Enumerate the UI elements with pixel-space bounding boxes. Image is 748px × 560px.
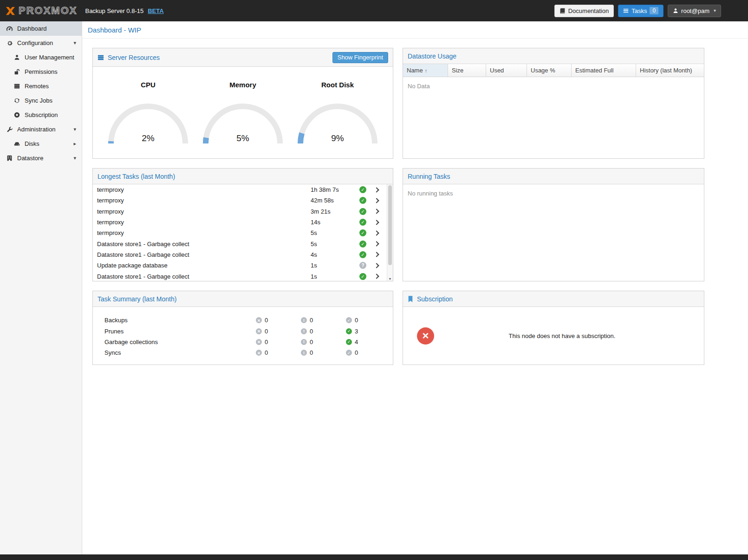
no-running-tasks-text: No running tasks bbox=[403, 184, 704, 202]
ok-icon bbox=[346, 317, 352, 323]
summary-row[interactable]: Prunes 0 0 3 bbox=[104, 326, 393, 336]
wrench-icon bbox=[6, 126, 13, 133]
chevron-right-icon[interactable] bbox=[374, 220, 379, 225]
sidebar-item-remotes[interactable]: Remotes bbox=[0, 79, 82, 93]
sidebar-item-dashboard[interactable]: Dashboard bbox=[0, 21, 82, 36]
ok-count: 4 bbox=[355, 339, 358, 345]
chevron-right-icon[interactable] bbox=[374, 187, 379, 192]
column-header-used[interactable]: Used bbox=[486, 64, 527, 77]
bars-icon bbox=[98, 54, 104, 61]
summary-row[interactable]: Syncs 0 0 0 bbox=[104, 347, 393, 358]
task-row[interactable]: termproxy 1h 38m 7s bbox=[93, 184, 387, 195]
task-row[interactable]: Datastore store1 - Garbage collect 4s bbox=[93, 249, 387, 260]
page-title: Dashboard - WIP bbox=[88, 26, 141, 34]
chevron-right-icon[interactable] bbox=[374, 241, 379, 246]
panel-title: Datastore Usage bbox=[408, 52, 456, 60]
error-icon bbox=[256, 328, 262, 334]
status-ok-icon bbox=[359, 273, 366, 280]
sidebar: Dashboard Configuration ▾ User Managemen… bbox=[0, 21, 82, 554]
chevron-right-icon[interactable] bbox=[374, 209, 379, 214]
sidebar-item-label: Remotes bbox=[25, 83, 49, 90]
task-summary-header: Task Summary (last Month) bbox=[93, 291, 393, 307]
sidebar-item-label: Dashboard bbox=[17, 25, 47, 32]
running-tasks-header: Running Tasks bbox=[403, 169, 704, 184]
task-row[interactable]: termproxy 42m 58s bbox=[93, 195, 387, 206]
datastore-usage-header: Datastore Usage bbox=[403, 48, 704, 64]
sidebar-item-disks[interactable]: Disks ▸ bbox=[0, 137, 82, 151]
refresh-icon bbox=[13, 98, 21, 104]
task-row[interactable]: termproxy 5s bbox=[93, 228, 387, 238]
column-header-name[interactable]: Name ↑ bbox=[403, 64, 448, 77]
panel-title: Server Resources bbox=[108, 54, 160, 61]
task-row[interactable]: termproxy 14s bbox=[93, 217, 387, 228]
chevron-right-icon[interactable] bbox=[374, 273, 379, 279]
longest-tasks-header: Longest Tasks (last Month) bbox=[93, 169, 393, 184]
chevron-right-icon[interactable]: ▸ bbox=[73, 141, 76, 146]
status-ok-icon bbox=[359, 251, 366, 258]
warning-count: 0 bbox=[310, 349, 313, 356]
chevron-down-icon[interactable]: ▾ bbox=[73, 40, 76, 46]
gauge-value: 5% bbox=[202, 133, 284, 143]
summary-row[interactable]: Garbage collections 0 0 4 bbox=[104, 337, 393, 347]
sidebar-item-permissions[interactable]: Permissions bbox=[0, 65, 82, 79]
sidebar-item-configuration[interactable]: Configuration ▾ bbox=[0, 36, 82, 50]
hdd-icon bbox=[13, 141, 21, 147]
app-window: PROXMOX Backup Server 0.8-15 BETA Docume… bbox=[0, 0, 748, 554]
scroll-down-icon[interactable]: ▼ bbox=[387, 277, 393, 280]
chevron-down-icon[interactable]: ▾ bbox=[73, 156, 76, 161]
proxmox-logo: PROXMOX bbox=[5, 6, 77, 16]
status-ok-icon bbox=[359, 186, 366, 193]
longest-tasks-panel: Longest Tasks (last Month) termproxy 1h … bbox=[92, 168, 393, 281]
error-icon bbox=[256, 339, 262, 345]
panel-title: Longest Tasks (last Month) bbox=[98, 173, 175, 180]
warning-count: 0 bbox=[310, 339, 313, 345]
caret-down-icon: ▾ bbox=[714, 8, 716, 13]
sidebar-item-label: Disks bbox=[25, 140, 39, 147]
beta-link[interactable]: BETA bbox=[148, 7, 163, 14]
chevron-right-icon[interactable] bbox=[374, 252, 379, 257]
task-summary-table: Backups 0 0 0 Prunes 0 0 3 bbox=[93, 307, 393, 358]
list-icon bbox=[623, 8, 629, 13]
datastore-usage-panel: Datastore Usage Name ↑ Size Used Usage %… bbox=[403, 48, 704, 159]
no-data-text: No Data bbox=[403, 77, 704, 95]
panel-title: Subscription bbox=[417, 295, 453, 303]
documentation-button[interactable]: Documentation bbox=[554, 5, 614, 17]
tasks-button[interactable]: Tasks 0 bbox=[618, 5, 663, 17]
proxmox-x-icon bbox=[5, 6, 15, 16]
task-row[interactable]: Datastore store1 - Garbage collect 1s bbox=[93, 271, 387, 281]
sidebar-item-sync-jobs[interactable]: Sync Jobs bbox=[0, 93, 82, 108]
sidebar-item-datastore[interactable]: Datastore ▾ bbox=[0, 151, 82, 165]
tasks-count-badge: 0 bbox=[650, 7, 658, 14]
chevron-right-icon[interactable] bbox=[374, 198, 379, 203]
task-row[interactable]: termproxy 3m 21s bbox=[93, 206, 387, 217]
chevron-down-icon[interactable]: ▾ bbox=[73, 127, 76, 132]
warning-icon bbox=[301, 328, 307, 334]
show-fingerprint-button[interactable]: Show Fingerprint bbox=[332, 52, 388, 63]
column-header-history[interactable]: History (last Month) bbox=[636, 64, 704, 77]
scrollbar-thumb[interactable] bbox=[388, 185, 392, 265]
column-header-size[interactable]: Size bbox=[448, 64, 486, 77]
sidebar-item-label: Permissions bbox=[25, 68, 58, 75]
column-header-usage[interactable]: Usage % bbox=[527, 64, 572, 77]
subscription-header: Subscription bbox=[403, 291, 704, 307]
chevron-right-icon[interactable] bbox=[374, 230, 379, 235]
column-header-estimated-full[interactable]: Estimated Full bbox=[572, 64, 636, 77]
error-icon bbox=[256, 317, 262, 323]
task-row[interactable]: Update package database 1s bbox=[93, 260, 387, 271]
server-resources-header: Server Resources Show Fingerprint bbox=[93, 48, 393, 67]
ok-count: 0 bbox=[355, 349, 358, 356]
chevron-right-icon[interactable] bbox=[374, 263, 379, 268]
status-ok-icon bbox=[359, 219, 366, 226]
error-icon bbox=[256, 350, 262, 356]
gear-icon bbox=[6, 40, 13, 46]
status-unknown-icon bbox=[359, 262, 366, 269]
gauge-label: Memory bbox=[202, 81, 284, 89]
warning-count: 0 bbox=[310, 317, 313, 324]
sidebar-item-administration[interactable]: Administration ▾ bbox=[0, 122, 82, 137]
task-row[interactable]: Datastore store1 - Garbage collect 5s bbox=[93, 238, 387, 249]
user-menu-button[interactable]: root@pam ▾ bbox=[668, 5, 721, 17]
sidebar-item-user-management[interactable]: User Management bbox=[0, 50, 82, 65]
summary-row[interactable]: Backups 0 0 0 bbox=[104, 315, 393, 326]
sidebar-item-subscription[interactable]: Subscription bbox=[0, 108, 82, 122]
scrollbar[interactable]: ▼ bbox=[387, 184, 393, 281]
